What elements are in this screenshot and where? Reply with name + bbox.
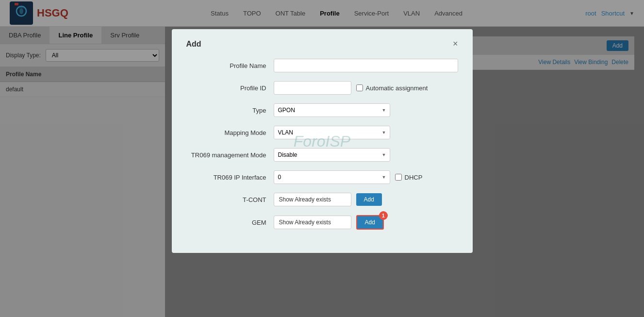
profile-name-row: Profile Name (186, 59, 458, 72)
tcont-row: T-CONT Show Already exists Add (186, 193, 458, 206)
modal-overlay: Add × ForoISP Profile Name Profile ID (0, 0, 644, 317)
profile-name-label: Profile Name (186, 62, 274, 69)
mapping-mode-select[interactable]: VLAN GEM (274, 126, 390, 139)
mapping-mode-select-wrapper: VLAN GEM (274, 126, 390, 139)
modal-header: Add × (186, 39, 458, 49)
tr069-management-mode-label: TR069 management Mode (186, 151, 274, 159)
modal-close-button[interactable]: × (453, 39, 458, 49)
gem-row: GEM Show Already exists Add 1 (186, 215, 458, 230)
mapping-mode-label: Mapping Mode (186, 129, 274, 136)
type-label: Type (186, 107, 274, 114)
tcont-label: T-CONT (186, 196, 274, 203)
profile-name-input[interactable] (274, 59, 458, 72)
gem-label: GEM (186, 219, 274, 226)
gem-show-button[interactable]: Show Already exists (274, 216, 351, 229)
modal-title: Add (186, 40, 201, 49)
type-row: Type GPON EPON (186, 103, 458, 117)
tr069-ip-interface-label: TR069 IP Interface (186, 174, 274, 181)
mapping-mode-row: Mapping Mode VLAN GEM (186, 126, 458, 139)
automatic-assignment-label: Automatic assignment (356, 84, 428, 92)
tcont-show-button[interactable]: Show Already exists (274, 193, 351, 206)
type-select[interactable]: GPON EPON (274, 103, 390, 117)
profile-id-input[interactable] (274, 81, 351, 95)
main-content: DBA Profile Line Profile Srv Profile Dis… (0, 27, 644, 317)
tr069-management-mode-select[interactable]: Disable Enable (274, 148, 390, 162)
profile-id-label: Profile ID (186, 84, 274, 92)
gem-badge: 1 (379, 211, 388, 220)
tcont-add-button[interactable]: Add (356, 193, 382, 206)
dhcp-checkbox[interactable] (395, 174, 402, 181)
automatic-assignment-checkbox[interactable] (356, 84, 363, 91)
right-content: Setting Add View Details View Binding De… (165, 27, 644, 317)
gem-add-wrapper: Add 1 (351, 215, 384, 230)
type-select-wrapper: GPON EPON (274, 103, 390, 117)
tr069-mode-row: TR069 management Mode Disable Enable (186, 148, 458, 162)
add-modal: Add × ForoISP Profile Name Profile ID (172, 29, 473, 253)
tr069-mode-select-wrapper: Disable Enable (274, 148, 390, 162)
tr069-ip-row: TR069 IP Interface 0 1 2 DHCP (186, 170, 458, 184)
tr069-ip-select-wrapper: 0 1 2 (274, 170, 390, 184)
dhcp-label: DHCP (395, 174, 423, 181)
tr069-ip-select[interactable]: 0 1 2 (274, 170, 390, 184)
profile-id-row: Profile ID Automatic assignment (186, 81, 458, 95)
